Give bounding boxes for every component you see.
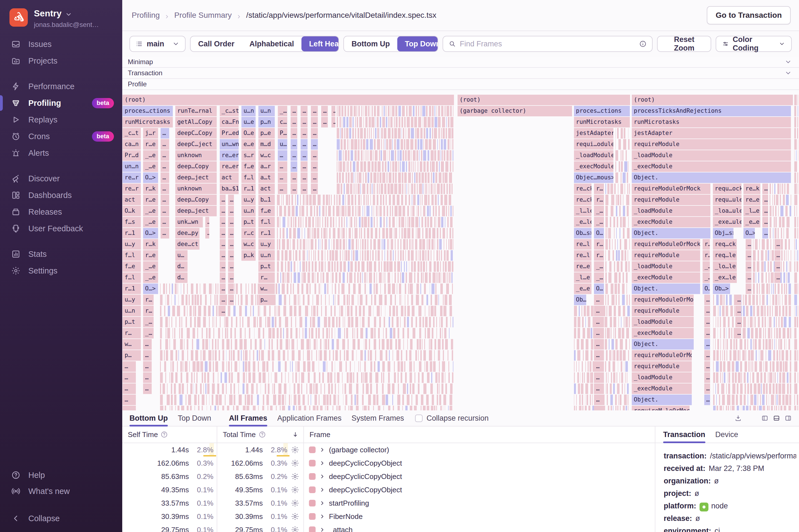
flame-frame[interactable] [215,361,218,372]
flame-frame[interactable] [172,328,173,339]
flame-frame[interactable] [418,350,419,361]
flame-frame[interactable] [726,306,728,316]
flame-frame[interactable] [434,184,434,194]
flame-frame[interactable] [192,294,193,305]
flame-frame[interactable] [406,106,408,116]
flame-frame[interactable] [448,372,450,383]
flame-frame[interactable] [377,195,379,205]
flame-frame[interactable] [439,250,440,261]
flame-frame[interactable] [287,272,290,283]
sidebar-item-issues[interactable]: Issues [0,36,122,53]
flame-frame[interactable] [360,128,363,138]
flame-frame[interactable] [452,372,454,383]
flame-frame[interactable]: … [291,128,297,138]
flame-frame[interactable] [307,228,310,239]
flame-frame[interactable]: (root) [632,95,793,105]
flame-frame[interactable] [618,250,620,261]
flame-frame[interactable] [280,339,282,349]
flame-frame[interactable] [450,117,453,128]
flame-frame[interactable] [425,228,428,239]
flame-frame[interactable] [789,372,791,383]
flame-frame[interactable] [180,339,183,349]
flame-frame[interactable] [322,239,323,250]
flame-frame[interactable] [574,372,575,383]
flame-frame[interactable]: _loadModule [632,317,694,327]
flame-frame[interactable] [399,228,400,239]
flame-frame[interactable] [271,372,272,383]
flame-frame[interactable] [331,272,331,283]
flame-frame[interactable] [354,228,357,239]
flame-frame[interactable] [428,150,429,161]
flame-frame[interactable] [171,361,172,372]
flame-frame[interactable]: _c…t [123,128,141,138]
flame-frame[interactable] [388,284,391,294]
flame-frame[interactable] [389,350,390,361]
flame-frame[interactable] [587,372,589,383]
flame-frame[interactable] [336,239,339,250]
flame-frame[interactable] [411,395,412,405]
frame-options-gear[interactable] [289,526,301,532]
flame-frame[interactable] [404,361,405,372]
flame-frame[interactable]: runTe…rnal [175,106,217,116]
flame-frame[interactable] [316,217,316,227]
flame-frame[interactable]: … [594,328,604,339]
flame-frame[interactable]: _lo…le [713,261,737,272]
flame-frame[interactable] [394,128,397,138]
frame-cell[interactable]: deepCyclicCopyObject [304,456,655,470]
flame-frame[interactable] [775,395,776,405]
flame-frame[interactable]: … [143,372,151,383]
flame-frame[interactable] [196,284,198,294]
flame-frame[interactable] [747,383,749,394]
flame-frame[interactable] [780,184,781,194]
flame-frame[interactable] [388,272,390,283]
flame-frame[interactable] [409,272,412,283]
flame-frame[interactable] [402,294,402,305]
flame-frame[interactable] [391,239,393,250]
flame-frame[interactable] [405,406,408,411]
flame-frame[interactable]: … [291,139,297,150]
flame-frame[interactable] [414,184,415,194]
flame-frame[interactable] [213,361,214,372]
flame-frame[interactable] [295,195,296,205]
flame-frame[interactable] [270,406,273,411]
flame-frame[interactable] [439,139,440,150]
flame-frame[interactable] [380,128,380,138]
flame-frame[interactable] [346,239,347,250]
flame-frame[interactable] [429,272,431,283]
flame-frame[interactable]: _execModule [632,217,710,227]
flame-frame[interactable] [329,195,330,205]
flame-frame[interactable] [209,339,210,349]
flame-frame[interactable] [331,261,333,272]
flame-frame[interactable] [373,150,374,161]
flame-frame[interactable] [765,361,767,372]
flame-frame[interactable] [277,217,279,227]
flame-frame[interactable] [622,284,625,294]
flame-frame[interactable] [349,128,351,138]
flame-frame[interactable] [607,306,607,316]
flame-frame[interactable] [410,406,412,411]
flame-frame[interactable] [409,239,410,250]
flame-frame[interactable] [580,372,580,383]
flame-frame[interactable] [358,261,360,272]
flame-frame[interactable]: Object. [632,172,791,183]
flame-frame[interactable] [206,328,207,339]
flame-frame[interactable] [429,228,431,239]
flame-frame[interactable] [726,294,728,305]
flame-frame[interactable] [358,195,360,205]
flame-frame[interactable] [745,294,747,305]
flame-frame[interactable]: … [736,294,741,305]
flame-frame[interactable] [390,206,391,216]
flame-frame[interactable] [396,306,398,316]
flame-frame[interactable] [235,294,236,305]
flame-frame[interactable] [387,250,388,261]
flame-frame[interactable] [628,395,628,405]
flame-frame[interactable] [289,294,290,305]
flame-frame[interactable] [324,317,327,327]
flame-frame[interactable] [272,361,274,372]
flame-frame[interactable]: P… [278,128,287,138]
flame-frame[interactable]: Ob…> [713,284,730,294]
flame-frame[interactable] [767,306,768,316]
flame-frame[interactable] [425,272,428,283]
flame-frame[interactable] [449,395,452,405]
flame-frame[interactable] [733,350,736,361]
